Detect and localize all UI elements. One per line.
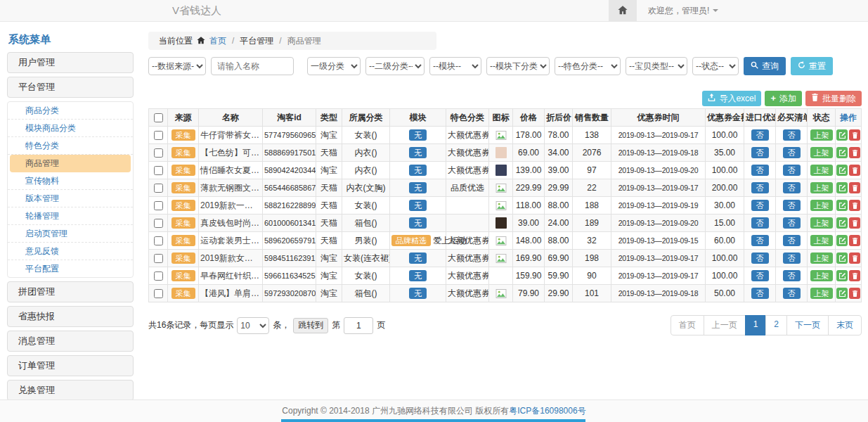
- sidebar-item[interactable]: 意见反馈: [8, 243, 133, 260]
- user-menu[interactable]: 欢迎您，管理员!: [648, 5, 718, 17]
- row-checkbox[interactable]: [154, 131, 163, 140]
- edit-button[interactable]: [836, 129, 848, 141]
- sidebar-group[interactable]: 省惠快报: [7, 306, 134, 327]
- row-checkbox[interactable]: [154, 254, 163, 263]
- delete-button[interactable]: [849, 147, 860, 158]
- must-buy-toggle[interactable]: 否: [783, 235, 801, 246]
- status-badge[interactable]: 上架: [810, 288, 833, 299]
- status-badge[interactable]: 上架: [810, 252, 833, 264]
- status-badge[interactable]: 上架: [810, 270, 833, 281]
- must-buy-toggle[interactable]: 否: [783, 147, 801, 158]
- edit-button[interactable]: [836, 200, 848, 211]
- must-buy-toggle[interactable]: 否: [783, 129, 801, 141]
- must-buy-toggle[interactable]: 否: [783, 288, 801, 299]
- filter-select-item-type[interactable]: --宝贝类型--: [626, 57, 687, 75]
- import-select-toggle[interactable]: 否: [751, 217, 769, 229]
- import-excel-button[interactable]: 导入excel: [702, 91, 761, 106]
- jump-button[interactable]: 跳转到: [293, 318, 328, 333]
- edit-button[interactable]: [836, 252, 848, 264]
- sidebar-item[interactable]: 启动页管理: [8, 225, 133, 243]
- delete-button[interactable]: [849, 182, 860, 193]
- delete-button[interactable]: [849, 235, 860, 246]
- filter-select-feature-category[interactable]: --特色分类--: [555, 57, 621, 75]
- import-select-toggle[interactable]: 否: [751, 147, 769, 158]
- row-checkbox[interactable]: [154, 201, 163, 210]
- pagination-button[interactable]: 下一页: [786, 315, 829, 335]
- filter-select-level2-category[interactable]: --二级分类--: [365, 57, 425, 75]
- delete-button[interactable]: [849, 129, 860, 141]
- status-badge[interactable]: 上架: [810, 129, 833, 141]
- filter-select-module-subcategory[interactable]: --模块下分类--: [486, 57, 550, 75]
- sidebar-item-active[interactable]: 商品管理: [10, 155, 131, 172]
- sidebar-group[interactable]: 消息管理: [7, 331, 134, 352]
- edit-button[interactable]: [836, 147, 848, 158]
- filter-select-level1-category[interactable]: 一级分类: [307, 57, 361, 75]
- icp-link[interactable]: 粤ICP备16098006号: [509, 405, 585, 417]
- pagination-button[interactable]: 2: [765, 315, 787, 335]
- search-button[interactable]: 查询: [744, 57, 786, 75]
- must-buy-toggle[interactable]: 否: [783, 252, 801, 264]
- status-badge[interactable]: 上架: [810, 147, 833, 158]
- row-checkbox[interactable]: [154, 271, 163, 281]
- sidebar-group[interactable]: 平台管理: [7, 77, 134, 98]
- status-badge[interactable]: 上架: [810, 182, 833, 193]
- page-jump-input[interactable]: [344, 317, 373, 334]
- status-badge[interactable]: 上架: [810, 235, 833, 246]
- import-select-toggle[interactable]: 否: [751, 270, 769, 281]
- must-buy-toggle[interactable]: 否: [783, 217, 801, 229]
- sidebar-item[interactable]: 轮播管理: [8, 207, 133, 225]
- sidebar-item[interactable]: 特色分类: [8, 137, 133, 155]
- sidebar-item[interactable]: 商品分类: [8, 102, 133, 120]
- import-select-toggle[interactable]: 否: [751, 235, 769, 246]
- add-button[interactable]: + 添加: [765, 91, 802, 106]
- delete-button[interactable]: [849, 252, 860, 264]
- status-badge[interactable]: 上架: [810, 217, 833, 229]
- delete-button[interactable]: [849, 288, 860, 299]
- edit-button[interactable]: [836, 288, 848, 299]
- breadcrumb-home-link[interactable]: 首页: [209, 35, 226, 47]
- delete-button[interactable]: [849, 217, 860, 229]
- edit-button[interactable]: [836, 217, 848, 229]
- must-buy-toggle[interactable]: 否: [783, 200, 801, 211]
- page-size-select[interactable]: 10: [237, 317, 269, 334]
- import-select-toggle[interactable]: 否: [751, 182, 769, 193]
- edit-button[interactable]: [836, 235, 848, 246]
- name-search-input[interactable]: [211, 57, 294, 75]
- must-buy-toggle[interactable]: 否: [783, 165, 801, 176]
- sidebar-item[interactable]: 版本管理: [8, 190, 133, 207]
- must-buy-toggle[interactable]: 否: [783, 270, 801, 281]
- status-badge[interactable]: 上架: [810, 165, 833, 176]
- import-select-toggle[interactable]: 否: [751, 200, 769, 211]
- filter-select-module[interactable]: --模块--: [429, 57, 481, 75]
- delete-button[interactable]: [849, 165, 860, 176]
- row-checkbox[interactable]: [154, 184, 163, 193]
- batch-delete-button[interactable]: 批量删除: [805, 91, 862, 106]
- import-select-toggle[interactable]: 否: [751, 129, 769, 141]
- sidebar-item[interactable]: 平台配置: [8, 260, 133, 277]
- status-badge[interactable]: 上架: [810, 200, 833, 211]
- sidebar-item[interactable]: 模块商品分类: [8, 120, 133, 137]
- row-checkbox[interactable]: [154, 166, 163, 175]
- filter-select-status[interactable]: --状态--: [692, 57, 739, 75]
- edit-button[interactable]: [836, 270, 848, 281]
- pagination-button[interactable]: 1: [745, 315, 767, 335]
- reset-button[interactable]: 重置: [791, 57, 833, 75]
- delete-button[interactable]: [849, 200, 860, 211]
- sidebar-group[interactable]: 订单管理: [7, 355, 134, 376]
- sidebar-group[interactable]: 兑换管理: [7, 380, 134, 399]
- delete-button[interactable]: [849, 270, 860, 281]
- sidebar-item[interactable]: 宣传物料: [8, 172, 133, 190]
- import-select-toggle[interactable]: 否: [751, 288, 769, 299]
- must-buy-toggle[interactable]: 否: [783, 182, 801, 193]
- filter-select-data-source[interactable]: --数据来源--: [148, 57, 206, 75]
- sidebar-group[interactable]: 拼团管理: [7, 281, 134, 302]
- select-all-checkbox[interactable]: [154, 113, 163, 122]
- sidebar-group[interactable]: 用户管理: [7, 52, 134, 73]
- pagination-button[interactable]: 末页: [828, 315, 862, 335]
- row-checkbox[interactable]: [154, 219, 163, 228]
- import-select-toggle[interactable]: 否: [751, 252, 769, 264]
- row-checkbox[interactable]: [154, 148, 163, 158]
- row-checkbox[interactable]: [154, 289, 163, 298]
- home-button[interactable]: [609, 0, 637, 21]
- import-select-toggle[interactable]: 否: [751, 165, 769, 176]
